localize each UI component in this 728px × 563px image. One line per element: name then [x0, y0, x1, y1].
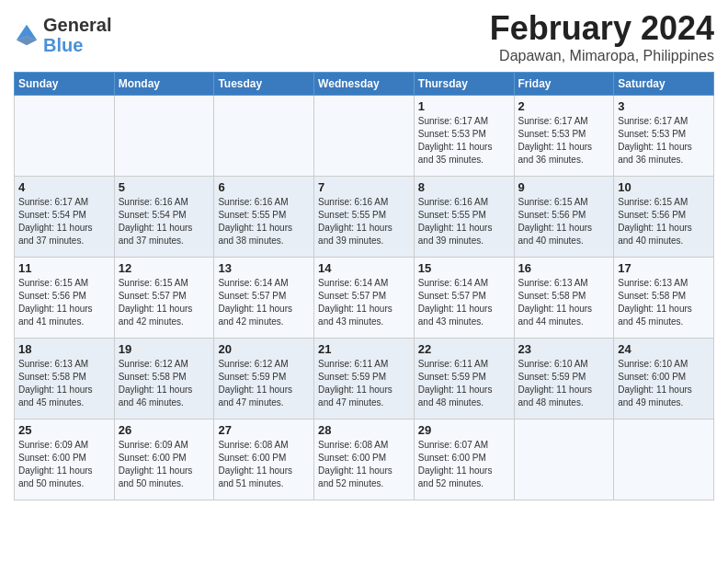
calendar-day-14: 14Sunrise: 6:14 AM Sunset: 5:57 PM Dayli… — [314, 258, 415, 339]
calendar-day-9: 9Sunrise: 6:15 AM Sunset: 5:56 PM Daylig… — [514, 177, 614, 258]
day-number: 20 — [218, 342, 310, 356]
calendar-day-16: 16Sunrise: 6:13 AM Sunset: 5:58 PM Dayli… — [514, 258, 614, 339]
day-number: 23 — [518, 342, 610, 356]
day-info: Sunrise: 6:15 AM Sunset: 5:57 PM Dayligh… — [119, 277, 210, 328]
calendar-day-22: 22Sunrise: 6:11 AM Sunset: 5:59 PM Dayli… — [414, 339, 514, 419]
day-number: 11 — [18, 261, 110, 275]
day-number: 18 — [18, 342, 110, 356]
calendar-week-row: 25Sunrise: 6:09 AM Sunset: 6:00 PM Dayli… — [15, 419, 714, 500]
day-number: 4 — [18, 180, 110, 194]
page-header: General Blue February 2024 Dapawan, Mima… — [14, 9, 714, 64]
day-number: 16 — [518, 261, 610, 275]
day-number: 13 — [218, 261, 310, 275]
day-info: Sunrise: 6:13 AM Sunset: 5:58 PM Dayligh… — [618, 277, 710, 328]
day-number: 15 — [418, 261, 510, 275]
day-number: 24 — [618, 342, 710, 356]
calendar-day-26: 26Sunrise: 6:09 AM Sunset: 6:00 PM Dayli… — [114, 419, 214, 500]
day-info: Sunrise: 6:15 AM Sunset: 5:56 PM Dayligh… — [518, 196, 610, 247]
day-number: 28 — [318, 423, 410, 437]
header-day-monday: Monday — [114, 73, 214, 96]
calendar-day-15: 15Sunrise: 6:14 AM Sunset: 5:57 PM Dayli… — [414, 258, 514, 339]
day-number: 14 — [318, 261, 410, 275]
header-day-tuesday: Tuesday — [214, 73, 314, 96]
day-info: Sunrise: 6:16 AM Sunset: 5:54 PM Dayligh… — [119, 196, 210, 247]
day-number: 1 — [418, 99, 510, 113]
day-info: Sunrise: 6:12 AM Sunset: 5:58 PM Dayligh… — [119, 358, 210, 409]
day-info: Sunrise: 6:17 AM Sunset: 5:53 PM Dayligh… — [618, 115, 710, 167]
month-title: February 2024 — [490, 9, 714, 48]
calendar-week-row: 1Sunrise: 6:17 AM Sunset: 5:53 PM Daylig… — [15, 96, 714, 177]
calendar-table: SundayMondayTuesdayWednesdayThursdayFrid… — [14, 72, 714, 500]
day-number: 9 — [518, 180, 610, 194]
logo-icon — [14, 22, 40, 48]
calendar-day-23: 23Sunrise: 6:10 AM Sunset: 5:59 PM Dayli… — [514, 339, 614, 419]
day-info: Sunrise: 6:17 AM Sunset: 5:53 PM Dayligh… — [418, 115, 510, 167]
day-number: 22 — [418, 342, 510, 356]
day-number: 10 — [618, 180, 710, 194]
calendar-day-18: 18Sunrise: 6:13 AM Sunset: 5:58 PM Dayli… — [15, 339, 115, 419]
calendar-day-4: 4Sunrise: 6:17 AM Sunset: 5:54 PM Daylig… — [15, 177, 115, 258]
day-info: Sunrise: 6:13 AM Sunset: 5:58 PM Dayligh… — [518, 277, 610, 328]
day-number: 12 — [119, 261, 210, 275]
day-info: Sunrise: 6:08 AM Sunset: 6:00 PM Dayligh… — [218, 439, 310, 490]
calendar-day-3: 3Sunrise: 6:17 AM Sunset: 5:53 PM Daylig… — [614, 96, 714, 177]
calendar-day-20: 20Sunrise: 6:12 AM Sunset: 5:59 PM Dayli… — [214, 339, 314, 419]
calendar-empty-cell — [15, 96, 115, 177]
calendar-day-2: 2Sunrise: 6:17 AM Sunset: 5:53 PM Daylig… — [514, 96, 614, 177]
header-day-sunday: Sunday — [15, 73, 115, 96]
calendar-empty-cell — [214, 96, 314, 177]
calendar-day-17: 17Sunrise: 6:13 AM Sunset: 5:58 PM Dayli… — [614, 258, 714, 339]
header-day-thursday: Thursday — [414, 73, 514, 96]
day-info: Sunrise: 6:07 AM Sunset: 6:00 PM Dayligh… — [418, 439, 510, 490]
calendar-day-13: 13Sunrise: 6:14 AM Sunset: 5:57 PM Dayli… — [214, 258, 314, 339]
day-number: 8 — [418, 180, 510, 194]
day-info: Sunrise: 6:08 AM Sunset: 6:00 PM Dayligh… — [318, 439, 410, 490]
day-number: 21 — [318, 342, 410, 356]
calendar-day-28: 28Sunrise: 6:08 AM Sunset: 6:00 PM Dayli… — [314, 419, 415, 500]
calendar-day-1: 1Sunrise: 6:17 AM Sunset: 5:53 PM Daylig… — [414, 96, 514, 177]
day-number: 27 — [218, 423, 310, 437]
calendar-week-row: 11Sunrise: 6:15 AM Sunset: 5:56 PM Dayli… — [15, 258, 714, 339]
day-info: Sunrise: 6:16 AM Sunset: 5:55 PM Dayligh… — [318, 196, 410, 247]
day-number: 3 — [618, 99, 710, 113]
calendar-empty-cell — [514, 419, 614, 500]
day-info: Sunrise: 6:14 AM Sunset: 5:57 PM Dayligh… — [218, 277, 310, 328]
day-info: Sunrise: 6:14 AM Sunset: 5:57 PM Dayligh… — [318, 277, 410, 328]
calendar-day-12: 12Sunrise: 6:15 AM Sunset: 5:57 PM Dayli… — [114, 258, 214, 339]
calendar-empty-cell — [614, 419, 714, 500]
calendar-day-11: 11Sunrise: 6:15 AM Sunset: 5:56 PM Dayli… — [15, 258, 115, 339]
day-info: Sunrise: 6:11 AM Sunset: 5:59 PM Dayligh… — [418, 358, 510, 409]
day-info: Sunrise: 6:09 AM Sunset: 6:00 PM Dayligh… — [18, 439, 110, 490]
day-number: 2 — [518, 99, 610, 113]
header-day-saturday: Saturday — [614, 73, 714, 96]
header-day-wednesday: Wednesday — [314, 73, 415, 96]
day-number: 26 — [119, 423, 210, 437]
day-info: Sunrise: 6:15 AM Sunset: 5:56 PM Dayligh… — [18, 277, 110, 328]
day-number: 25 — [18, 423, 110, 437]
calendar-day-24: 24Sunrise: 6:10 AM Sunset: 6:00 PM Dayli… — [614, 339, 714, 419]
calendar-day-5: 5Sunrise: 6:16 AM Sunset: 5:54 PM Daylig… — [114, 177, 214, 258]
logo: General Blue — [14, 15, 111, 55]
day-number: 19 — [119, 342, 210, 356]
day-info: Sunrise: 6:10 AM Sunset: 6:00 PM Dayligh… — [618, 358, 710, 409]
day-number: 5 — [119, 180, 210, 194]
day-info: Sunrise: 6:16 AM Sunset: 5:55 PM Dayligh… — [418, 196, 510, 247]
day-info: Sunrise: 6:12 AM Sunset: 5:59 PM Dayligh… — [218, 358, 310, 409]
location-title: Dapawan, Mimaropa, Philippines — [490, 48, 714, 64]
day-number: 29 — [418, 423, 510, 437]
calendar-day-8: 8Sunrise: 6:16 AM Sunset: 5:55 PM Daylig… — [414, 177, 514, 258]
calendar-empty-cell — [114, 96, 214, 177]
header-day-friday: Friday — [514, 73, 614, 96]
calendar-day-21: 21Sunrise: 6:11 AM Sunset: 5:59 PM Dayli… — [314, 339, 415, 419]
calendar-day-7: 7Sunrise: 6:16 AM Sunset: 5:55 PM Daylig… — [314, 177, 415, 258]
day-number: 6 — [218, 180, 310, 194]
calendar-day-27: 27Sunrise: 6:08 AM Sunset: 6:00 PM Dayli… — [214, 419, 314, 500]
day-info: Sunrise: 6:11 AM Sunset: 5:59 PM Dayligh… — [318, 358, 410, 409]
calendar-day-6: 6Sunrise: 6:16 AM Sunset: 5:55 PM Daylig… — [214, 177, 314, 258]
day-number: 17 — [618, 261, 710, 275]
day-info: Sunrise: 6:09 AM Sunset: 6:00 PM Dayligh… — [119, 439, 210, 490]
calendar-header-row: SundayMondayTuesdayWednesdayThursdayFrid… — [15, 73, 714, 96]
day-info: Sunrise: 6:17 AM Sunset: 5:53 PM Dayligh… — [518, 115, 610, 167]
calendar-day-25: 25Sunrise: 6:09 AM Sunset: 6:00 PM Dayli… — [15, 419, 115, 500]
calendar-day-19: 19Sunrise: 6:12 AM Sunset: 5:58 PM Dayli… — [114, 339, 214, 419]
